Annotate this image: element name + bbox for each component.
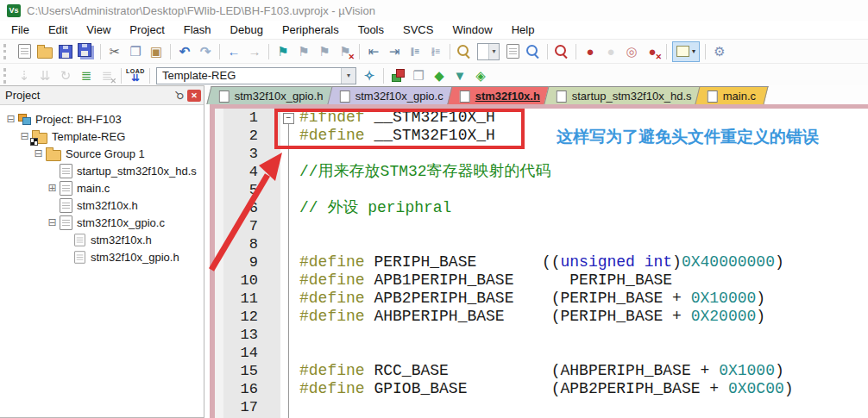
- tree-item-source-group-1[interactable]: ⊟Source Group 1: [0, 145, 204, 162]
- batch-build-button[interactable]: ≣: [76, 66, 97, 85]
- target-select-combo[interactable]: Template-REG▾: [156, 67, 356, 84]
- navigate-forward-button[interactable]: →: [244, 42, 265, 61]
- paste-button[interactable]: ▣: [146, 42, 167, 61]
- menu-peripherals[interactable]: Peripherals: [273, 22, 349, 38]
- open-file-button[interactable]: [35, 42, 55, 61]
- menu-flash[interactable]: Flash: [174, 22, 221, 38]
- tree-item-label: stm32f10x.h: [91, 234, 152, 246]
- undo-button[interactable]: ↶: [174, 42, 195, 61]
- stop-build-button[interactable]: ≣✕: [97, 66, 117, 85]
- tree-item-project-bh-f103[interactable]: ⊟Project: BH-F103: [0, 110, 204, 128]
- tab-stm32f10x-gpio-h[interactable]: stm32f10x_gpio.h: [206, 86, 336, 104]
- previous-bookmark-button[interactable]: ⚑: [293, 42, 314, 61]
- copy-button[interactable]: ❐: [125, 42, 146, 61]
- insert-bookmark-button[interactable]: ⚑: [273, 42, 293, 61]
- find-in-files-dialog-button[interactable]: [502, 42, 523, 61]
- multi-project-workspace-button[interactable]: ❐: [408, 66, 429, 85]
- unindent-button[interactable]: ⇤: [363, 42, 384, 61]
- configuration-wrench-button[interactable]: ⚙: [709, 42, 730, 61]
- comment-selection-button[interactable]: ∥≡: [405, 42, 425, 61]
- tab-stm32f10x-gpio-c[interactable]: stm32f10x_gpio.c: [327, 86, 456, 104]
- annotation-text: 这样写为了避免头文件重定义的错误: [557, 126, 819, 148]
- menu-view[interactable]: View: [77, 22, 120, 38]
- manage-project-items-button[interactable]: [387, 66, 408, 85]
- tree-item-template-reg[interactable]: ⊟Template-REG: [0, 128, 204, 145]
- current-window-select-button[interactable]: ▾: [670, 42, 701, 61]
- collapse-icon[interactable]: ⊟: [5, 113, 16, 125]
- menu-project[interactable]: Project: [120, 22, 173, 38]
- tree-item-stm32f10x-h[interactable]: stm32f10x.h: [0, 231, 204, 248]
- collapse-icon[interactable]: ⊟: [19, 130, 30, 142]
- tree-item-stm32f10x-h[interactable]: stm32f10x.h: [0, 197, 204, 214]
- toolbar-grip[interactable]: [3, 44, 9, 59]
- chevron-down-icon[interactable]: ▾: [488, 44, 499, 59]
- x-badge-icon: ✕: [110, 77, 116, 85]
- tree-item-label: stm32f10x_gpio.h: [91, 251, 179, 264]
- tree-item-startup-stm32f10x-hd-s[interactable]: startup_stm32f10x_hd.s: [0, 162, 204, 179]
- clear-all-bookmarks-button[interactable]: ⚑✕: [335, 42, 355, 61]
- batch-build-icon: ≣: [81, 68, 92, 84]
- tab-label: startup_stm32f10x_hd.s: [572, 90, 692, 103]
- code-line: #define APB1PERIPH_BASE PERIPH_BASE: [299, 271, 868, 290]
- line-number: 16: [223, 380, 280, 398]
- menu-help[interactable]: Help: [502, 22, 544, 38]
- rebuild-all-button[interactable]: ↻: [55, 66, 76, 85]
- new-file-icon: [18, 44, 31, 59]
- menu-window[interactable]: Window: [443, 22, 501, 38]
- translate-file-button[interactable]: ⇣: [14, 66, 35, 85]
- project-tree: ⊟Project: BH-F103⊟Template-REG⊟Source Gr…: [0, 105, 204, 265]
- expand-icon[interactable]: ⊞: [47, 182, 58, 194]
- manage-run-time-environment-button[interactable]: ◆: [429, 66, 450, 85]
- close-icon[interactable]: ✕: [187, 90, 201, 102]
- cut-button[interactable]: ✂: [104, 42, 125, 61]
- file-icon: [60, 164, 72, 178]
- navigate-back-icon: ←: [228, 44, 241, 59]
- menu-debug[interactable]: Debug: [221, 22, 273, 38]
- menu-svcs[interactable]: SVCS: [393, 22, 443, 38]
- tree-item-stm32f10x-gpio-h[interactable]: stm32f10x_gpio.h: [0, 248, 204, 265]
- chevron-down-icon[interactable]: ▾: [341, 68, 355, 84]
- disable-all-breakpoints-button[interactable]: ◎: [621, 42, 642, 61]
- find-button[interactable]: [551, 42, 572, 61]
- tab-label: stm32f10x.h: [475, 90, 539, 103]
- uncomment-selection-button[interactable]: ∦≡: [425, 42, 446, 61]
- kill-all-breakpoints-button[interactable]: ●✕: [642, 42, 663, 61]
- enable-disable-breakpoint-button[interactable]: ●: [601, 42, 621, 61]
- incremental-find-button[interactable]: [523, 42, 544, 61]
- navigate-back-button[interactable]: ←: [223, 42, 244, 61]
- next-bookmark-button[interactable]: ⚑: [314, 42, 335, 61]
- insert-remove-breakpoint-button[interactable]: ●: [580, 42, 601, 61]
- tree-item-label: Project: BH-F103: [35, 113, 122, 126]
- code-line: [299, 217, 868, 235]
- indent-button[interactable]: ⇥: [384, 42, 405, 61]
- download-load-button[interactable]: LOAD⇊: [125, 66, 146, 85]
- tab-stm32f10x-h[interactable]: stm32f10x.h: [447, 86, 552, 104]
- menu-edit[interactable]: Edit: [39, 22, 77, 38]
- menu-tools[interactable]: Tools: [349, 22, 393, 38]
- save-button[interactable]: [55, 42, 76, 61]
- insert-remove-breakpoint-icon: ●: [586, 44, 594, 59]
- select-software-packs-button[interactable]: ▼: [450, 66, 470, 85]
- collapse-icon[interactable]: ⊟: [47, 216, 58, 228]
- toolbar-separator: [268, 44, 269, 59]
- save-all-button[interactable]: [76, 42, 97, 61]
- tree-item-main-c[interactable]: ⊞main.c: [0, 179, 204, 197]
- code-area[interactable]: #ifndef __STM32F10X_H#define __STM32F10X…: [299, 109, 868, 418]
- tree-item-stm32f10x-gpio-c[interactable]: ⊟stm32f10x_gpio.c: [0, 214, 204, 231]
- find-in-files-button[interactable]: [454, 42, 475, 61]
- redo-button[interactable]: ↷: [195, 42, 216, 61]
- pin-icon[interactable]: ⚲: [173, 88, 187, 103]
- toolbar-separator: [705, 44, 706, 59]
- build-button[interactable]: ⇊: [35, 66, 55, 85]
- find-combo[interactable]: ▾: [477, 43, 500, 60]
- tab-main-c[interactable]: main.c: [695, 86, 770, 104]
- toolbar-grip[interactable]: [3, 68, 9, 84]
- tab-startup-stm32f10x-hd-s[interactable]: startup_stm32f10x_hd.s: [544, 86, 704, 104]
- project-root-icon: [18, 114, 31, 125]
- manage-run-time-environment-icon: ◆: [434, 68, 444, 84]
- collapse-icon[interactable]: ⊟: [33, 147, 44, 159]
- menu-file[interactable]: File: [2, 22, 39, 38]
- pack-installer-button[interactable]: ◈: [470, 66, 491, 85]
- new-file-button[interactable]: [14, 42, 35, 61]
- options-for-target-wand-button[interactable]: ✧: [359, 66, 380, 85]
